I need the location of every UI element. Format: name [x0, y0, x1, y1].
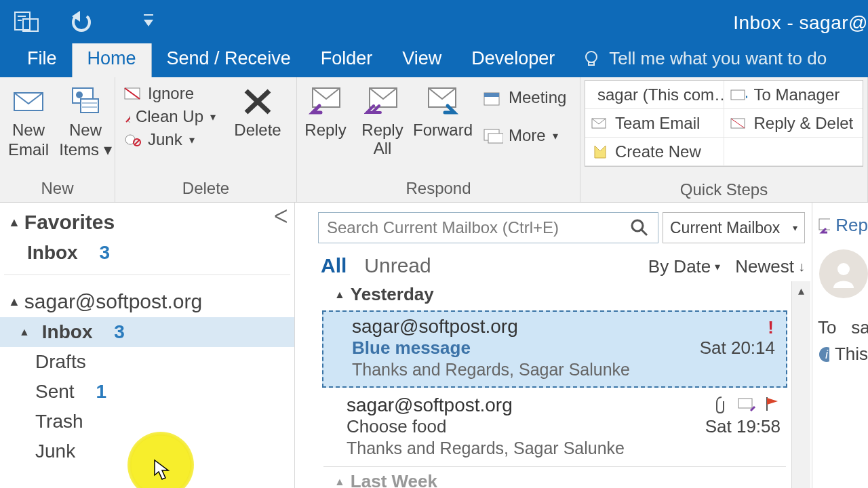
ribbon-group-delete-label: Delete	[115, 176, 296, 202]
message-time: Sat 19:58	[705, 416, 781, 437]
folder-inbox[interactable]: ▲Inbox 3	[0, 317, 294, 347]
svg-point-44	[837, 263, 850, 275]
search-input[interactable]: Search Current Mailbox (Ctrl+E)	[318, 212, 658, 243]
svg-marker-42	[767, 398, 778, 405]
cleanup-button[interactable]: Clean Up▾	[121, 106, 218, 127]
quickstep-sagar[interactable]: sagar (This com…	[585, 81, 724, 109]
filter-unread[interactable]: Unread	[364, 254, 431, 277]
svg-line-39	[642, 230, 647, 235]
message-item-1[interactable]: ! sagar@softpost.org Blue messageSat 20:…	[322, 310, 787, 388]
group-yesterday[interactable]: ▲Yesterday	[318, 281, 791, 308]
ribbon-group-delete: Ignore Clean Up▾ Junk▾ Delete Delete	[115, 77, 297, 202]
new-items-button[interactable]: NewItems ▾	[57, 81, 114, 163]
quickstep-to-manager[interactable]: To Manager	[724, 81, 863, 109]
ribbon-group-new: NewEmail NewItems ▾ New	[0, 77, 115, 202]
tab-folder[interactable]: Folder	[306, 43, 388, 77]
reading-reply-button[interactable]: Rep	[818, 215, 868, 236]
flag-icon	[764, 396, 779, 412]
more-respond-button[interactable]: More▾	[480, 125, 571, 146]
lightbulb-icon	[582, 49, 601, 68]
svg-marker-6	[144, 20, 153, 26]
message-subject: Choose food	[347, 416, 446, 437]
reading-to-label: To	[818, 317, 836, 338]
sort-by-date[interactable]: By Date▾	[648, 256, 721, 277]
avatar	[819, 249, 868, 298]
svg-marker-36	[595, 146, 606, 158]
message-list-pane: Search Current Mailbox (Ctrl+E) Current …	[295, 203, 812, 488]
ribbon-group-quicksteps-label: Quick Steps	[585, 176, 863, 202]
message-from: sagar@softpost.org	[352, 316, 775, 338]
navigation-pane: ᐸ ▲Favorites Inbox 3 ▲sagar@softpost.org…	[0, 203, 295, 488]
account-header[interactable]: ▲sagar@softpost.org	[0, 286, 294, 317]
message-subject: Blue message	[352, 338, 471, 359]
collapse-nav-icon[interactable]: ᐸ	[274, 205, 288, 228]
tell-me-label: Tell me what you want to do	[609, 48, 827, 69]
scroll-up-icon[interactable]: ▴	[792, 281, 810, 300]
tab-file[interactable]: File	[12, 43, 72, 77]
ribbon-group-new-label: New	[0, 176, 115, 202]
tell-me[interactable]: Tell me what you want to do	[582, 48, 827, 77]
svg-point-11	[76, 92, 83, 98]
ribbon: NewEmail NewItems ▾ New Ignore Clean Up▾	[0, 77, 868, 203]
quickstep-create-new[interactable]: Create New	[585, 138, 724, 166]
reply-all-button[interactable]: ReplyAll	[354, 81, 411, 161]
filter-all[interactable]: All	[321, 254, 347, 277]
cursor-annotation	[153, 459, 172, 482]
favorites-header[interactable]: ▲Favorites	[0, 207, 294, 238]
ignore-button[interactable]: Ignore	[121, 83, 218, 104]
reading-pane: Rep To sag i This	[812, 203, 868, 488]
search-scope-dropdown[interactable]: Current Mailbox▾	[663, 212, 805, 243]
ribbon-group-respond: Reply ReplyAll Forward Meeting More▾	[297, 77, 580, 202]
message-preview: Thanks and Regards, Sagar Salunke	[352, 360, 775, 380]
svg-rect-40	[738, 399, 752, 408]
svg-rect-8	[589, 62, 594, 65]
svg-rect-43	[819, 219, 830, 230]
reading-to-value: sag	[851, 317, 868, 338]
delete-button[interactable]: Delete	[224, 81, 292, 143]
svg-point-38	[632, 220, 643, 231]
folder-sent[interactable]: Sent 1	[0, 377, 294, 407]
search-icon[interactable]	[629, 218, 650, 238]
message-preview: Thanks and Regards, Sagar Salunke	[347, 439, 781, 458]
quickstep-team-email[interactable]: Team Email	[585, 109, 724, 138]
forward-button[interactable]: Forward	[411, 81, 475, 143]
qat-customize-icon[interactable]	[142, 13, 155, 30]
quickstep-reply-delete[interactable]: Reply & Delet	[724, 109, 863, 138]
folder-trash[interactable]: Trash	[0, 407, 294, 436]
svg-marker-37	[155, 460, 168, 479]
window-title: Inbox - sagar@	[733, 12, 868, 34]
tab-developer[interactable]: Developer	[456, 43, 570, 77]
search-placeholder: Search Current Mailbox (Ctrl+E)	[327, 218, 559, 237]
message-item-2[interactable]: sagar@softpost.org Choose foodSat 19:58 …	[318, 390, 791, 465]
reading-info: i This	[818, 344, 868, 365]
ribbon-tabs: File Home Send / Receive Folder View Dev…	[0, 43, 868, 77]
app-icon	[14, 9, 42, 34]
svg-rect-29	[488, 134, 503, 143]
tab-view[interactable]: View	[387, 43, 456, 77]
ribbon-group-quicksteps: sagar (This com… To Manager Team Email R…	[580, 77, 868, 202]
fav-inbox[interactable]: Inbox 3	[0, 238, 294, 268]
svg-rect-32	[731, 90, 745, 100]
undo-button[interactable]	[66, 9, 96, 34]
message-list-scrollbar[interactable]: ▴	[791, 281, 810, 488]
junk-button[interactable]: Junk▾	[121, 129, 218, 150]
reply-button[interactable]: Reply	[297, 81, 354, 143]
main-area: ᐸ ▲Favorites Inbox 3 ▲sagar@softpost.org…	[0, 203, 868, 488]
svg-rect-12	[81, 99, 98, 113]
tab-home[interactable]: Home	[72, 42, 152, 77]
attachment-icon	[714, 396, 729, 413]
replied-icon	[737, 396, 756, 412]
sort-newest[interactable]: Newest↓	[735, 256, 805, 277]
meeting-button[interactable]: Meeting	[480, 87, 571, 108]
message-time: Sat 20:14	[700, 338, 775, 359]
tab-send-receive[interactable]: Send / Receive	[152, 43, 306, 77]
new-email-button[interactable]: NewEmail	[0, 81, 57, 163]
svg-point-7	[586, 52, 597, 62]
info-icon: i	[818, 346, 829, 363]
folder-drafts[interactable]: Drafts	[0, 347, 294, 377]
title-bar: Inbox - sagar@	[0, 0, 868, 43]
svg-rect-27	[484, 93, 499, 97]
group-lastweek[interactable]: ▲Last Week	[318, 468, 791, 488]
ribbon-group-respond-label: Respond	[297, 176, 580, 202]
importance-icon: !	[768, 317, 774, 338]
